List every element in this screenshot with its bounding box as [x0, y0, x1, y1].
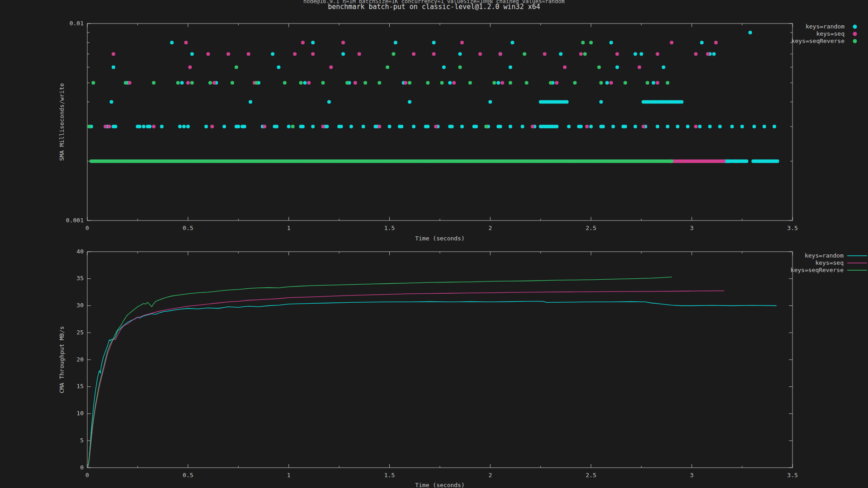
scatter-point	[349, 125, 353, 128]
x-tick-label: 0.5	[183, 225, 193, 231]
scatter-point	[567, 125, 571, 128]
scatter-point	[88, 125, 91, 128]
scatter-point	[301, 125, 305, 128]
scatter-point	[377, 125, 381, 128]
scatter-point	[474, 125, 478, 128]
scatter-point	[283, 81, 287, 84]
x-tick-label: 0	[85, 225, 89, 231]
sma-latency-chart: 00.511.522.533.50.0010.01Time (seconds)S…	[58, 20, 857, 242]
scatter-point	[412, 52, 415, 56]
scatter-series-keys=seq	[104, 41, 726, 163]
scatter-point	[178, 125, 182, 128]
y-tick-label: 0	[80, 464, 84, 471]
scatter-point	[450, 125, 454, 128]
scatter-point	[303, 81, 307, 84]
scatter-point	[666, 125, 670, 128]
scatter-point	[585, 125, 589, 128]
scatter-point	[363, 81, 367, 84]
scatter-point	[642, 125, 645, 128]
scatter-point	[426, 81, 429, 84]
scatter-point	[345, 81, 349, 84]
scatter-point	[458, 52, 462, 56]
x-tick-label: 3	[690, 225, 693, 231]
scatter-point	[386, 66, 389, 69]
scatter-point	[204, 125, 208, 128]
scatter-point	[605, 81, 609, 84]
scatter-point	[581, 41, 585, 44]
scatter-point	[637, 66, 641, 69]
scatter-point	[148, 125, 151, 128]
scatter-point	[458, 66, 462, 69]
scatter-point	[440, 81, 444, 84]
scatter-series-keys=seqReverse	[88, 41, 674, 163]
scatter-point	[698, 125, 702, 128]
scatter-point	[222, 125, 226, 128]
scatter-point	[499, 125, 502, 128]
scatter-point	[555, 81, 559, 84]
scatter-point	[160, 125, 164, 128]
scatter-point	[448, 81, 452, 84]
scatter-point	[271, 52, 274, 56]
scatter-point	[549, 81, 552, 84]
scatter-point	[299, 81, 303, 84]
scatter-point	[210, 125, 214, 128]
scatter-point	[492, 81, 496, 84]
x-tick-label: 2	[489, 472, 492, 479]
scatter-point	[700, 41, 703, 44]
scatter-point	[460, 41, 464, 44]
scatter-point	[142, 125, 146, 128]
scatter-point	[128, 81, 132, 84]
scatter-point	[615, 66, 619, 69]
scatter-point	[394, 41, 397, 44]
scatter-point	[329, 66, 333, 69]
x-tick-label: 1	[287, 225, 291, 231]
scatter-point	[726, 160, 730, 163]
scatter-point	[559, 52, 562, 56]
scatter-point	[275, 125, 278, 128]
scatter-point	[311, 41, 315, 44]
y-tick-label: 0.01	[70, 20, 84, 27]
x-tick-label: 0	[85, 472, 89, 479]
scatter-point	[525, 81, 528, 84]
scatter-point	[327, 100, 331, 104]
y-axis-label: CMA Throughput MB/s	[58, 326, 65, 394]
scatter-point	[186, 125, 190, 128]
scatter-point	[112, 52, 115, 56]
scatter-point	[718, 125, 722, 128]
scatter-point	[763, 125, 766, 128]
scatter-point	[640, 52, 643, 56]
scatter-point	[235, 66, 238, 69]
scatter-point	[362, 125, 365, 128]
scatter-point	[112, 66, 115, 69]
scatter-point	[180, 81, 184, 84]
y-tick-label: 25	[76, 329, 84, 336]
scatter-point	[110, 100, 113, 104]
scatter-point	[188, 66, 192, 69]
scatter-point	[656, 52, 659, 56]
scatter-point	[113, 125, 117, 128]
scatter-point	[341, 52, 345, 56]
x-tick-label: 1.5	[384, 472, 395, 479]
y-tick-label: 40	[76, 248, 84, 255]
scatter-point	[652, 81, 656, 84]
scatter-point	[408, 81, 411, 84]
scatter-point	[206, 52, 210, 56]
scatter-series-keys=random	[88, 31, 779, 163]
x-axis-label: Time (seconds)	[415, 235, 465, 242]
scatter-point	[354, 81, 357, 84]
scatter-point	[190, 52, 194, 56]
scatter-point	[301, 41, 305, 44]
scatter-point	[325, 125, 329, 128]
scatter-point	[412, 125, 415, 128]
scatter-point	[563, 66, 566, 69]
scatter-point	[226, 52, 230, 56]
scatter-point	[321, 125, 325, 128]
x-axis-label: Time (seconds)	[415, 482, 465, 488]
legend-marker-dot	[853, 39, 857, 43]
scatter-point	[277, 66, 280, 69]
scatter-point	[670, 160, 674, 163]
legend-label: keys=seqReverse	[791, 267, 844, 273]
x-tick-label: 3.5	[787, 225, 797, 231]
benchmark-plot-canvas: node@16.9.1 n=1M batchSize=1K concurrenc…	[0, 0, 868, 488]
scatter-point	[511, 41, 514, 44]
